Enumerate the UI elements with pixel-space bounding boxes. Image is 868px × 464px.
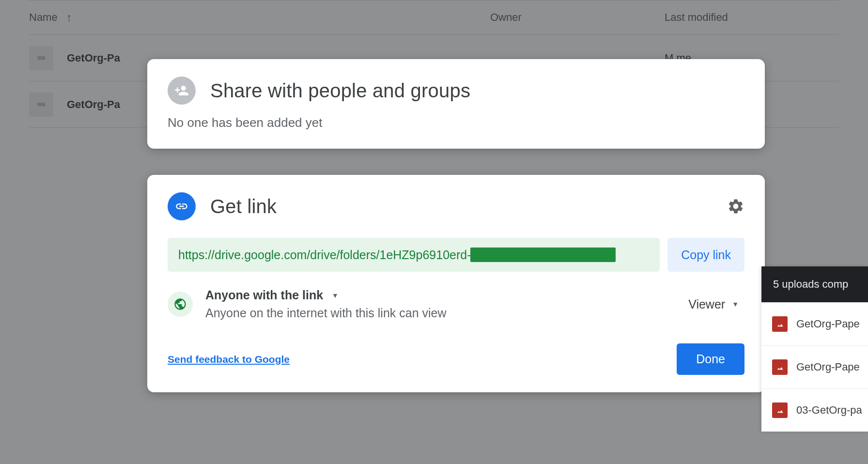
- done-button[interactable]: Done: [677, 343, 744, 375]
- share-link-url: https://drive.google.com/drive/folders/1…: [178, 248, 471, 262]
- send-feedback-link[interactable]: Send feedback to Google: [168, 354, 290, 365]
- upload-item-name: 03-GetOrg-pa: [796, 404, 862, 417]
- access-scope-description: Anyone on the internet with this link ca…: [205, 306, 670, 320]
- upload-status-panel: 5 uploads comp GetOrg-Pape GetOrg-Pape 0…: [761, 266, 868, 432]
- role-dropdown[interactable]: Viewer ▼: [682, 294, 744, 315]
- upload-panel-header[interactable]: 5 uploads comp: [761, 266, 868, 302]
- copy-link-button[interactable]: Copy link: [667, 238, 744, 272]
- share-dialog-subtitle[interactable]: No one has been added yet: [168, 115, 744, 130]
- role-label: Viewer: [688, 297, 725, 311]
- upload-item-name: GetOrg-Pape: [796, 318, 860, 330]
- upload-item-name: GetOrg-Pape: [796, 361, 860, 373]
- get-link-dialog: Get link https://drive.google.com/drive/…: [147, 175, 765, 392]
- chevron-down-icon: ▼: [732, 300, 739, 308]
- image-file-icon: [772, 402, 788, 418]
- share-dialog: Share with people and groups No one has …: [147, 59, 765, 149]
- share-link-field[interactable]: https://drive.google.com/drive/folders/1…: [168, 238, 660, 272]
- gear-icon[interactable]: [727, 198, 744, 215]
- image-file-icon: [772, 316, 788, 332]
- share-dialog-title: Share with people and groups: [210, 80, 470, 102]
- upload-item[interactable]: 03-GetOrg-pa: [761, 388, 868, 432]
- person-add-icon: [168, 77, 196, 105]
- upload-item[interactable]: GetOrg-Pape: [761, 302, 868, 345]
- globe-icon: [168, 292, 193, 317]
- get-link-title: Get link: [210, 196, 277, 217]
- upload-item[interactable]: GetOrg-Pape: [761, 345, 868, 388]
- image-file-icon: [772, 359, 788, 375]
- redacted-segment: [470, 247, 616, 262]
- link-icon: [168, 192, 196, 220]
- access-scope-label[interactable]: Anyone with the link: [205, 288, 323, 302]
- chevron-down-icon[interactable]: ▼: [332, 292, 339, 299]
